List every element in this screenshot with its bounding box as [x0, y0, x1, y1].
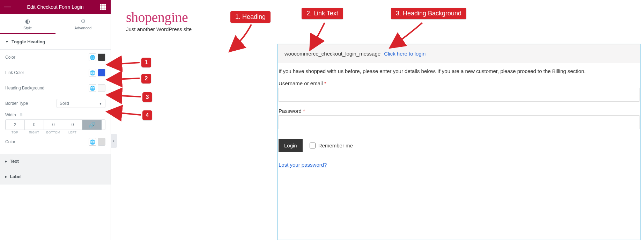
border-type-select[interactable]: Solid ▼ — [57, 99, 105, 108]
control-link-color: Link Color 🌐 — [5, 65, 105, 80]
control-label: Width — [5, 112, 16, 117]
tab-advanced[interactable]: ⚙ Advanced — [55, 14, 111, 34]
editor-panel: Edit Checkout Form Login ◐ Style ⚙ Advan… — [0, 0, 111, 240]
width-right-input[interactable] — [25, 120, 44, 130]
site-brand: shopengine Just another WordPress site — [126, 9, 644, 32]
svg-rect-6 — [100, 8, 102, 10]
chevron-right-icon: ▸ — [5, 159, 7, 163]
login-message-text: woocommerce_checkout_login_message — [284, 51, 380, 57]
width-dimensions: 🔗 — [5, 119, 105, 130]
svg-rect-2 — [104, 4, 106, 6]
control-label: Border Type — [5, 101, 57, 106]
control-color: Color 🌐 — [5, 50, 105, 65]
field-username: Username or email * — [279, 80, 639, 102]
svg-rect-8 — [104, 8, 106, 10]
link-values-toggle[interactable]: 🔗 — [82, 120, 102, 130]
gear-icon: ⚙ — [81, 18, 86, 24]
remember-checkbox[interactable] — [310, 143, 316, 148]
svg-rect-0 — [100, 4, 102, 6]
menu-icon[interactable] — [4, 3, 11, 10]
style-icon: ◐ — [25, 18, 30, 24]
login-actions: Login Remember me — [279, 139, 639, 152]
remember-label: Remember me — [318, 143, 353, 148]
color-swatch[interactable] — [98, 138, 105, 146]
globe-icon[interactable]: 🌐 — [89, 53, 96, 61]
desktop-icon[interactable]: 🖥 — [19, 112, 23, 117]
width-bottom-input[interactable] — [44, 120, 63, 130]
svg-rect-4 — [102, 6, 104, 8]
section-title: Label — [10, 174, 22, 179]
svg-rect-5 — [104, 6, 106, 8]
width-sublabels: TOP RIGHT BOTTOM LEFT — [5, 131, 105, 134]
field-label: Username or email * — [279, 80, 639, 86]
password-input[interactable] — [279, 115, 639, 129]
section-title: Toggle Heading — [12, 39, 45, 44]
login-button[interactable]: Login — [279, 139, 303, 152]
login-toggle-heading: woocommerce_checkout_login_message Click… — [278, 44, 640, 63]
globe-icon[interactable]: 🌐 — [89, 69, 96, 77]
section-text[interactable]: ▸ Text — [0, 154, 111, 169]
svg-rect-7 — [102, 8, 104, 10]
control-border-color: Color 🌐 — [5, 134, 105, 150]
svg-rect-3 — [100, 6, 102, 8]
control-border-type: Border Type Solid ▼ — [5, 96, 105, 111]
svg-rect-1 — [102, 4, 104, 6]
sublabel: BOTTOM — [44, 131, 63, 134]
field-label: Password * — [279, 108, 639, 114]
sublabel: RIGHT — [24, 131, 44, 134]
chevron-down-icon: ▼ — [99, 102, 102, 106]
width-left-input[interactable] — [63, 120, 82, 130]
section-title: Text — [10, 159, 19, 164]
control-heading-background: Heading Background 🌐 — [5, 80, 105, 96]
lost-password-link[interactable]: Lost your password? — [279, 162, 327, 168]
section-label[interactable]: ▸ Label — [0, 169, 111, 184]
checkout-login-form: woocommerce_checkout_login_message Click… — [277, 44, 641, 240]
label-text: Password — [279, 108, 302, 114]
panel-tabs: ◐ Style ⚙ Advanced — [0, 14, 111, 34]
required-asterisk: * — [303, 108, 305, 114]
color-swatch[interactable] — [98, 53, 105, 61]
section-toggle-heading[interactable]: ▼ Toggle Heading — [0, 34, 111, 50]
remember-me[interactable]: Remember me — [310, 143, 353, 148]
apps-icon[interactable] — [99, 3, 106, 10]
field-password: Password * — [279, 108, 639, 129]
tab-style[interactable]: ◐ Style — [0, 14, 55, 34]
control-label: Color — [5, 55, 89, 60]
color-swatch[interactable] — [98, 69, 105, 77]
globe-icon[interactable]: 🌐 — [89, 138, 96, 146]
control-label: Color — [5, 139, 89, 144]
username-input[interactable] — [279, 88, 639, 102]
select-value: Solid — [60, 101, 69, 106]
globe-icon[interactable]: 🌐 — [89, 84, 96, 92]
width-top-input[interactable] — [6, 120, 25, 130]
control-label: Heading Background — [5, 86, 89, 90]
control-label: Link Color — [5, 70, 89, 75]
login-toggle-link[interactable]: Click here to login — [384, 51, 425, 57]
section-body-toggle-heading: Color 🌐 Link Color 🌐 Heading Background … — [0, 50, 111, 150]
required-asterisk: * — [324, 80, 326, 86]
sublabel: TOP — [5, 131, 24, 134]
color-swatch[interactable] — [98, 84, 105, 92]
site-tagline: Just another WordPress site — [126, 26, 644, 32]
site-title: shopengine — [126, 9, 644, 26]
chevron-right-icon: ▸ — [5, 175, 7, 179]
login-intro-text: If you have shopped with us before, plea… — [279, 63, 639, 74]
panel-header: Edit Checkout Form Login — [0, 0, 111, 14]
sublabel: LEFT — [63, 131, 82, 134]
label-text: Username or email — [279, 80, 323, 86]
chevron-down-icon: ▼ — [5, 40, 9, 44]
preview-area: shopengine Just another WordPress site w… — [111, 0, 644, 240]
tab-label: Style — [23, 26, 32, 30]
panel-title: Edit Checkout Form Login — [11, 4, 99, 10]
control-width: Width 🖥 🔗 TOP RIGHT BOTTOM LEFT — [5, 111, 105, 134]
tab-label: Advanced — [74, 26, 91, 30]
